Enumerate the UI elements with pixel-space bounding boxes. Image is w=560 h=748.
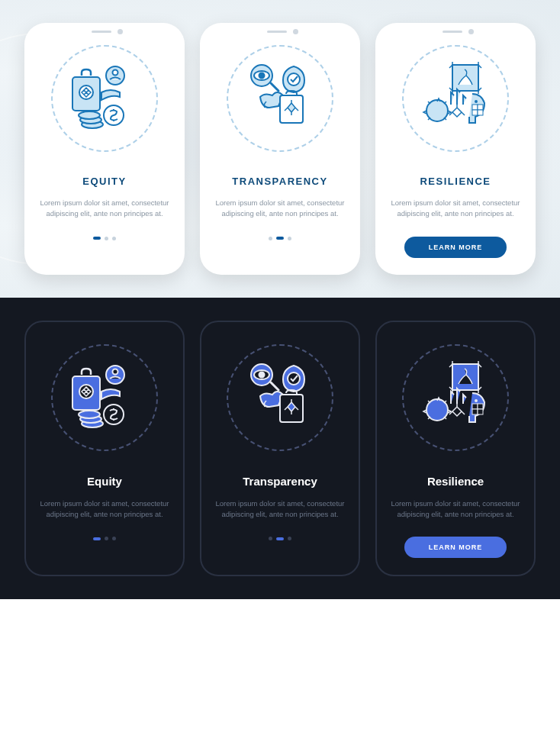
page-dot[interactable]: [288, 237, 291, 240]
screen-title: RESILIENCE: [420, 176, 491, 187]
svg-rect-15: [472, 105, 478, 110]
screen-title: TRANSPARENCY: [232, 176, 327, 187]
svg-rect-38: [478, 409, 483, 414]
svg-rect-35: [472, 404, 478, 409]
svg-point-31: [288, 372, 300, 385]
page-dot-active[interactable]: [276, 537, 284, 540]
svg-rect-18: [478, 110, 483, 115]
svg-rect-17: [472, 110, 478, 115]
svg-point-14: [475, 100, 478, 103]
page-dot[interactable]: [112, 537, 116, 540]
page-dot[interactable]: [288, 537, 291, 540]
svg-point-10: [259, 73, 265, 79]
onboarding-screen-transparency-dark: Transparency Lorem ipsum dolor sit amet,…: [200, 321, 360, 577]
illustration-resilience: [398, 41, 513, 156]
screen-title: Resilience: [427, 475, 484, 488]
svg-point-11: [288, 73, 300, 85]
svg-point-23: [113, 369, 118, 374]
screen-description: Lorem ipsum dolor sit amet, consectetur …: [391, 498, 520, 521]
onboarding-screen-resilience-dark: Resilience Lorem ipsum dolor sit amet, c…: [375, 321, 536, 577]
page-dot-active[interactable]: [93, 237, 101, 240]
illustration-resilience: [398, 340, 513, 455]
screen-description: Lorem ipsum dolor sit amet, consectetur …: [40, 198, 169, 220]
resilience-icon: [410, 53, 501, 144]
page-dots: [93, 237, 116, 240]
transparency-icon: [234, 53, 326, 144]
screen-title: EQUITY: [82, 176, 126, 187]
page-dot[interactable]: [112, 237, 116, 240]
equity-icon: [59, 53, 150, 144]
onboarding-screen-transparency-light: TRANSPARENCY Lorem ipsum dolor sit amet,…: [200, 23, 360, 275]
onboarding-screen-equity-light: EQUITY Lorem ipsum dolor sit amet, conse…: [24, 23, 185, 275]
svg-rect-36: [478, 404, 483, 409]
screen-description: Lorem ipsum dolor sit amet, consectetur …: [40, 498, 169, 521]
page-dots: [269, 237, 291, 240]
page-dot[interactable]: [269, 537, 272, 540]
svg-rect-37: [472, 409, 478, 414]
screen-description: Lorem ipsum dolor sit amet, consectetur …: [391, 198, 520, 220]
transparency-icon: [234, 352, 326, 443]
page-dot-active[interactable]: [276, 237, 284, 240]
screen-title: Transparency: [243, 475, 317, 488]
illustration-transparency: [223, 340, 337, 455]
page-dot[interactable]: [269, 237, 272, 240]
learn-more-button[interactable]: LEARN MORE: [404, 237, 507, 258]
svg-rect-16: [478, 105, 483, 110]
svg-point-3: [113, 70, 118, 76]
svg-point-26: [79, 411, 100, 418]
svg-point-6: [79, 111, 100, 119]
resilience-icon: [410, 352, 501, 443]
page-dots: [93, 537, 116, 540]
page-dot-active[interactable]: [93, 537, 101, 540]
screen-title: Equity: [87, 475, 122, 488]
screen-description: Lorem ipsum dolor sit amet, consectetur …: [215, 198, 345, 220]
onboarding-row-dark: Equity Lorem ipsum dolor sit amet, conse…: [0, 298, 560, 600]
onboarding-screen-resilience-light: RESILIENCE Lorem ipsum dolor sit amet, c…: [375, 23, 536, 275]
equity-icon: [59, 352, 150, 443]
illustration-equity: [47, 41, 162, 156]
onboarding-screen-equity-dark: Equity Lorem ipsum dolor sit amet, conse…: [24, 321, 185, 577]
page-dot[interactable]: [105, 537, 108, 540]
illustration-transparency: [223, 41, 337, 156]
page-dot[interactable]: [105, 237, 108, 240]
illustration-equity: [47, 340, 162, 455]
svg-point-34: [475, 399, 478, 402]
page-dots: [269, 537, 291, 540]
learn-more-button[interactable]: LEARN MORE: [404, 537, 507, 558]
svg-point-30: [259, 372, 265, 377]
onboarding-row-light: EQUITY Lorem ipsum dolor sit amet, conse…: [0, 0, 560, 298]
screen-description: Lorem ipsum dolor sit amet, consectetur …: [215, 498, 345, 521]
